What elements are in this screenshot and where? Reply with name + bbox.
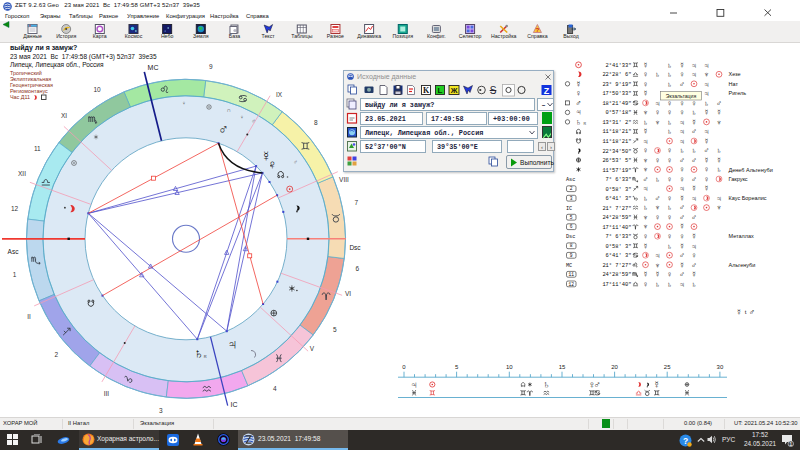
svg-text:Конфиг.: Конфиг. (427, 33, 446, 39)
svg-text:♂: ♂ (716, 99, 722, 108)
svg-text:♃: ♃ (716, 194, 722, 203)
svg-text:Dsc: Dsc (566, 234, 575, 240)
svg-text:♄: ♄ (667, 242, 673, 251)
svg-text:☿: ☿ (691, 232, 697, 241)
svg-text:♃: ♃ (227, 336, 238, 352)
svg-text:12: 12 (11, 205, 19, 212)
svg-text:♃: ♃ (691, 242, 697, 251)
svg-text:♄: ♄ (543, 379, 551, 390)
svg-text:♃: ♃ (679, 184, 685, 193)
svg-text:♂: ♂ (594, 379, 602, 390)
svg-text:♀: ♀ (240, 114, 245, 120)
svg-text:23° 9'19": 23° 9'19" (602, 82, 631, 88)
svg-text:20: 20 (611, 364, 618, 370)
svg-text:Таблицы: Таблицы (291, 33, 312, 39)
svg-text:6°41' 3": 6°41' 3" (606, 196, 632, 202)
svg-text:Ригель: Ригель (729, 90, 747, 96)
svg-text:Альгенуби: Альгенуби (729, 262, 756, 268)
svg-text:☿: ☿ (575, 79, 581, 89)
svg-text:♄: ♄ (691, 146, 697, 155)
svg-text:18°21'49": 18°21'49" (602, 101, 631, 107)
svg-text:Небо: Небо (161, 33, 174, 39)
svg-text:Настройка: Настройка (491, 33, 517, 39)
svg-text:☿: ☿ (704, 137, 710, 146)
svg-text:♄: ♄ (667, 127, 673, 136)
svg-text:III: III (104, 390, 110, 397)
svg-text:♆: ♆ (643, 222, 649, 231)
svg-text:☿: ☿ (716, 108, 722, 117)
svg-text:13°31' 2": 13°31' 2" (602, 120, 631, 126)
svg-text:♂: ♂ (655, 194, 661, 203)
svg-text:♀: ♀ (667, 175, 673, 184)
svg-text:☿: ☿ (643, 242, 649, 251)
svg-text:♂: ♂ (679, 251, 685, 260)
svg-text:♃: ♃ (704, 61, 710, 70)
svg-text:22°34'50": 22°34'50" (602, 149, 631, 155)
svg-text:♂: ♂ (691, 213, 697, 222)
svg-text:☿: ☿ (704, 108, 710, 117)
svg-text:25: 25 (664, 364, 671, 370)
svg-text:S: S (490, 85, 497, 96)
svg-text:6°41' 3": 6°41' 3" (606, 253, 632, 259)
svg-text:IC: IC (566, 206, 572, 212)
svg-text:♃: ♃ (704, 127, 710, 136)
svg-text:7: 7 (354, 199, 358, 206)
svg-text:4: 4 (273, 385, 277, 392)
svg-text:24°28'59": 24°28'59" (602, 215, 631, 221)
svg-text:♄: ♄ (704, 99, 710, 108)
svg-text:♂: ♂ (691, 175, 697, 184)
svg-text:1: 1 (789, 440, 792, 446)
svg-text:☿: ☿ (655, 270, 661, 279)
svg-text:8: 8 (314, 119, 318, 126)
svg-text:♄: ♄ (667, 118, 673, 127)
svg-text:11°57'19": 11°57'19" (602, 168, 631, 174)
svg-text:Гакрукс: Гакрукс (729, 176, 748, 182)
svg-text:MC: MC (148, 64, 159, 71)
svg-text:5: 5 (570, 215, 573, 220)
svg-text:Выход: Выход (563, 33, 579, 39)
svg-text:0: 0 (402, 364, 406, 370)
svg-text:5: 5 (455, 364, 459, 370)
svg-text:26°53' 5": 26°53' 5" (602, 158, 631, 164)
svg-text:K: K (423, 86, 430, 95)
svg-text:10: 10 (506, 364, 513, 370)
svg-text:♆: ♆ (716, 118, 722, 127)
svg-text:IC: IC (231, 401, 238, 408)
svg-text:Каус Бореалис: Каус Бореалис (729, 195, 767, 201)
svg-text:Asc: Asc (566, 177, 575, 183)
svg-text:♄: ♄ (655, 175, 661, 184)
svg-text:Ж: Ж (450, 86, 458, 95)
svg-text:IX: IX (276, 91, 283, 98)
svg-text:☿: ☿ (679, 222, 685, 231)
svg-text:♀: ♀ (667, 270, 673, 279)
svg-text:♀: ♀ (643, 80, 649, 89)
svg-text:♀: ♀ (667, 213, 673, 222)
svg-text:24°28'59": 24°28'59" (602, 272, 631, 278)
svg-text:♃: ♃ (575, 107, 581, 117)
svg-text:♄: ♄ (643, 203, 649, 212)
svg-text:☿: ☿ (736, 307, 742, 317)
svg-text:♃: ♃ (704, 80, 710, 89)
svg-text:☿: ☿ (643, 270, 649, 279)
svg-text:♃: ♃ (691, 194, 697, 203)
svg-text:♂: ♂ (704, 146, 710, 155)
svg-text:3: 3 (159, 407, 163, 414)
svg-text:VI: VI (345, 290, 351, 297)
svg-text:0°57'18": 0°57'18" (606, 110, 632, 116)
svg-text:История: История (56, 33, 76, 39)
svg-text:♃: ♃ (643, 184, 649, 193)
svg-text:♃: ♃ (704, 89, 710, 98)
svg-text:♀: ♀ (655, 156, 661, 165)
svg-text:♄: ♄ (667, 80, 673, 89)
svg-text:♃: ♃ (679, 118, 685, 127)
svg-text:11°18'21": 11°18'21" (602, 129, 631, 135)
svg-text:5: 5 (333, 326, 337, 333)
svg-text:10: 10 (93, 86, 101, 93)
svg-text:1: 1 (13, 271, 17, 278)
svg-text:♄: ♄ (667, 203, 673, 212)
svg-text:♄: ♄ (667, 61, 673, 70)
svg-text:30: 30 (717, 364, 724, 370)
svg-text:☿: ☿ (691, 118, 697, 127)
svg-text:♆: ♆ (643, 213, 649, 222)
svg-text:♀: ♀ (679, 70, 685, 79)
